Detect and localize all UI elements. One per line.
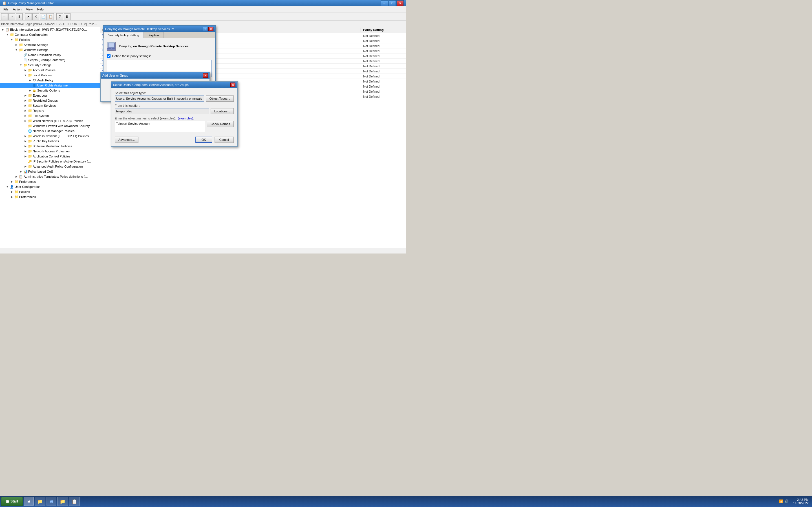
tree-software-settings[interactable]: ▶ 📁 Software Settings	[0, 42, 100, 47]
tree-scripts[interactable]: 📄 Scripts (Startup/Shutdown)	[0, 57, 100, 62]
tree-preferences-comp[interactable]: ▶ 📁 Preferences	[0, 179, 100, 184]
dialog-add-user-close-btn[interactable]: ✕	[203, 73, 208, 78]
policy-setting: Not Defined	[361, 79, 406, 83]
security-options-icon: 🔒	[32, 88, 37, 93]
file-system-icon: 📁	[28, 114, 32, 118]
define-policy-label: Define these policy settings:	[112, 54, 151, 58]
help-button[interactable]: ?	[56, 13, 63, 20]
names-value: Teleport Service Account	[116, 122, 150, 125]
tree-wired-network[interactable]: ▶ 📁 Wired Network (IEEE 802.3) Policies	[0, 118, 100, 123]
tree-public-key[interactable]: ▶ 📁 Public Key Policies	[0, 138, 100, 144]
tree-advanced-audit[interactable]: ▶ 📁 Advanced Audit Policy Configuration	[0, 164, 100, 169]
tree-policies-user[interactable]: ▶ 📁 Policies	[0, 189, 100, 194]
dialog-deny-close-btn[interactable]: ✕	[208, 27, 213, 31]
software-restriction-icon: 📁	[28, 144, 32, 149]
policy-setting: Not Defined	[361, 54, 406, 58]
policy-setting: Not Defined	[361, 39, 406, 43]
tree-audit-policy[interactable]: ▶ 🛡 Audit Policy	[0, 78, 100, 83]
tree-registry[interactable]: ▶ 📁 Registry	[0, 108, 100, 113]
name-resolution-label: Name Resolution Policy	[28, 53, 61, 57]
tree-qos[interactable]: ▶ 📊 Policy-based QoS	[0, 169, 100, 174]
back-button[interactable]: ←	[1, 13, 8, 20]
tree-root-label: Block Interactive Login [WIN-F74JK2VTFSK…	[10, 28, 89, 31]
advanced-audit-label: Advanced Audit Policy Configuration	[33, 165, 83, 168]
tree-computer-config[interactable]: ▼ 📁 Computer Configuration	[0, 32, 100, 37]
delete-button[interactable]: ✕	[33, 13, 39, 20]
restricted-groups-label: Restricted Groups	[33, 99, 58, 102]
select-cancel-button[interactable]: Cancel	[214, 136, 234, 143]
menu-help[interactable]: Help	[35, 7, 46, 11]
tree-local-policies[interactable]: ▼ 📁 Local Policies	[0, 73, 100, 78]
tree-network-access[interactable]: ▶ 📁 Network Access Protection	[0, 149, 100, 154]
software-settings-icon: 📁	[18, 43, 23, 47]
close-button[interactable]: ✕	[396, 0, 404, 6]
policy-setting: Not Defined	[361, 64, 406, 68]
tree-user-rights[interactable]: 👤 User Rights Assignment	[0, 83, 100, 88]
tree-app-control[interactable]: ▶ 📁 Application Control Policies	[0, 154, 100, 159]
policy-setting: Not Defined	[361, 84, 406, 89]
expand-sec-icon: ▼	[18, 62, 23, 68]
expand-ur-icon	[28, 83, 32, 88]
tree-network-list[interactable]: 🌐 Network List Manager Policies	[0, 128, 100, 133]
minimize-button[interactable]: ─	[380, 0, 388, 6]
expand-audit-icon: ▶	[28, 78, 32, 83]
examples-link[interactable]: (examples)	[178, 117, 193, 120]
tree-wireless-network[interactable]: ▶ 📁 Wireless Network (IEEE 802.11) Polic…	[0, 133, 100, 138]
tree-windows-firewall[interactable]: 📁 Windows Firewall with Advanced Securit…	[0, 123, 100, 128]
dialog-select-close-btn[interactable]: ✕	[231, 82, 236, 87]
paste-button[interactable]: 📋	[47, 13, 54, 20]
copy-button[interactable]: 📄	[40, 13, 47, 20]
tree-event-log[interactable]: ▶ 📁 Event Log	[0, 93, 100, 98]
expand-pref-comp-icon: ▶	[10, 179, 14, 184]
cut-button[interactable]: ✂	[25, 13, 32, 20]
tree-restricted-groups[interactable]: ▶ 📁 Restricted Groups	[0, 98, 100, 103]
up-button[interactable]: ⬆	[16, 13, 22, 20]
app-control-label: Application Control Policies	[33, 155, 70, 158]
expand-sr-icon: ▶	[23, 144, 28, 149]
windows-firewall-icon: 📁	[28, 124, 32, 128]
tree-security-settings[interactable]: ▼ 📁 Security Settings	[0, 62, 100, 68]
select-ok-button[interactable]: OK	[195, 136, 212, 143]
tree-windows-settings[interactable]: ▼ 📁 Windows Settings	[0, 47, 100, 52]
tree-preferences-user[interactable]: ▶ 📁 Preferences	[0, 194, 100, 200]
forward-button[interactable]: →	[8, 13, 15, 20]
locations-button[interactable]: Locations...	[211, 108, 234, 114]
tree-root[interactable]: ▶ 📋 Block Interactive Login [WIN-F74JK2V…	[0, 27, 100, 32]
tree-account-policies[interactable]: ▶ 📁 Account Policies	[0, 68, 100, 73]
tree-name-resolution[interactable]: 🔗 Name Resolution Policy	[0, 52, 100, 57]
dialog-deny-help-btn[interactable]: ?	[203, 27, 208, 31]
maximize-button[interactable]: □	[389, 0, 396, 6]
menu-action[interactable]: Action	[11, 7, 24, 11]
expand-wn-icon: ▶	[23, 118, 28, 123]
tree-policies-comp[interactable]: ▼ 📁 Policies	[0, 37, 100, 42]
tab-security-policy[interactable]: Security Policy Setting	[103, 32, 144, 38]
tab-explain[interactable]: Explain	[144, 32, 163, 38]
location-input	[115, 108, 209, 114]
expand-so-icon: ▶	[28, 88, 32, 93]
names-row: Teleport Service Account Check Names	[115, 121, 234, 134]
expand-user-config-icon: ▼	[5, 184, 10, 189]
wired-network-label: Wired Network (IEEE 802.3) Policies	[33, 119, 83, 122]
define-policy-checkbox[interactable]	[107, 54, 110, 58]
screen-button[interactable]: 🖥	[64, 13, 70, 20]
address-label: Block Interactive Login [WIN-F74JK2VTFSK…	[1, 22, 97, 25]
local-policies-label: Local Policies	[33, 73, 52, 77]
status-text	[2, 249, 3, 252]
names-input-area[interactable]: Teleport Service Account	[115, 121, 205, 132]
object-types-button[interactable]: Object Types...	[206, 96, 234, 102]
tree-ip-security[interactable]: 🔑 IP Security Policies on Active Directo…	[0, 159, 100, 164]
tree-software-restriction[interactable]: ▶ 📁 Software Restriction Policies	[0, 144, 100, 149]
advanced-button[interactable]: Advanced...	[115, 136, 139, 143]
tree-file-system[interactable]: ▶ 📁 File System	[0, 113, 100, 118]
policy-setting: Not Defined	[361, 89, 406, 94]
user-config-icon: 👤	[10, 184, 14, 189]
tree-user-config[interactable]: ▼ 👤 User Configuration	[0, 184, 100, 189]
tree-security-options[interactable]: ▶ 🔒 Security Options	[0, 88, 100, 93]
menu-view[interactable]: View	[24, 7, 35, 11]
menu-file[interactable]: File	[1, 7, 11, 11]
object-type-label: Select this object type:	[115, 91, 234, 95]
tree-admin-templates[interactable]: ▶ 📋 Administrative Templates: Policy def…	[0, 174, 100, 179]
tree-system-services[interactable]: ▶ 📁 System Services	[0, 103, 100, 108]
expand-aa-icon: ▶	[23, 164, 28, 169]
check-names-button[interactable]: Check Names	[207, 121, 234, 127]
